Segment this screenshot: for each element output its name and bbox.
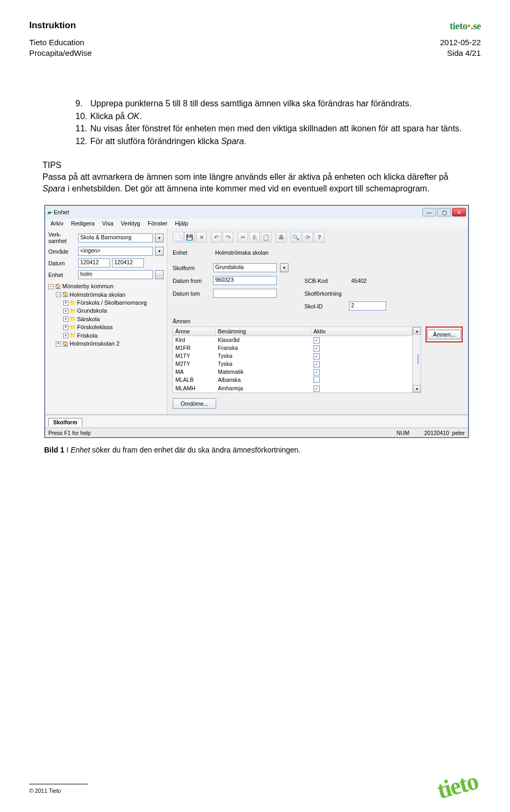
col-benamning[interactable]: Benämning xyxy=(216,327,311,336)
skolform-select[interactable]: Grundskola xyxy=(213,263,277,272)
folder-icon: 📁 xyxy=(70,332,76,339)
table-row[interactable]: KlrdKlassråd✓ xyxy=(173,336,412,344)
tab-skolform[interactable]: Skolform xyxy=(48,418,82,426)
status-user: peter xyxy=(452,430,465,436)
close-button[interactable]: ✕ xyxy=(452,208,466,216)
figure-caption: Bild 1 I Enhet söker du fram den enhet d… xyxy=(44,446,481,454)
expander-icon[interactable]: − xyxy=(48,284,54,289)
skolid-label: Skol-ID xyxy=(304,303,346,309)
delete-icon[interactable]: ✕ xyxy=(196,232,207,242)
skolform-dropdown-icon[interactable]: ▾ xyxy=(280,263,288,272)
table-row[interactable]: M1TYTyska✓ xyxy=(173,352,412,360)
expander-icon[interactable]: − xyxy=(56,292,61,297)
table-row[interactable]: MAMatematik✓ xyxy=(173,368,412,376)
tree-node[interactable]: +📁 Friskola xyxy=(48,332,164,340)
folder-icon: 📁 xyxy=(70,315,76,323)
active-checkbox[interactable]: ✓ xyxy=(313,353,320,359)
datum-to-input[interactable]: 120412 xyxy=(112,258,144,267)
instruction-list: 9.Upprepa punkterna 5 till 8 till dess s… xyxy=(42,98,468,147)
omdome-button[interactable]: Omdöme... xyxy=(173,398,216,409)
scrollbar[interactable]: ▴ ▾ xyxy=(412,327,421,392)
skolfork-label: Skolförkortning xyxy=(304,290,346,297)
minimize-button[interactable]: — xyxy=(422,208,436,216)
table-row[interactable]: M1FRFranska✓ xyxy=(173,344,412,352)
datum-label: Datum xyxy=(48,260,76,266)
save-icon[interactable]: 💾 xyxy=(184,232,195,242)
tree-node[interactable]: −🏠 Holmströmska skolan xyxy=(48,291,164,299)
copyright: © 2011 Tieto xyxy=(29,788,88,794)
menu-item[interactable]: Hjälp xyxy=(172,220,191,227)
new-icon[interactable]: 📄 xyxy=(173,232,183,242)
expander-icon[interactable]: + xyxy=(56,341,61,347)
folder-icon: 📁 xyxy=(70,324,76,331)
print-icon[interactable]: 🖶 xyxy=(276,232,286,242)
app-icon: ▰ xyxy=(47,209,52,216)
tips-label: TIPS xyxy=(42,160,468,171)
active-checkbox[interactable] xyxy=(313,376,320,383)
doc-title: Instruktion xyxy=(29,20,76,32)
table-row[interactable]: MLAMHAmharinja✓ xyxy=(173,384,412,392)
active-checkbox[interactable]: ✓ xyxy=(313,361,320,367)
datum-from-field[interactable]: 960323 xyxy=(213,276,277,285)
instruction-item: 9.Upprepa punkterna 5 till 8 till dess s… xyxy=(75,98,468,110)
tree-node[interactable]: +📁 Förskola / Skolbarnomsorg xyxy=(48,299,164,307)
subject-rows: KlrdKlassråd✓M1FRFranska✓M1TYTyska✓M2TYT… xyxy=(173,336,412,392)
scroll-up-icon[interactable]: ▴ xyxy=(413,327,421,334)
omrade-select[interactable]: <ingen> xyxy=(78,247,153,256)
refresh-icon[interactable]: ⟳ xyxy=(302,232,313,242)
tree-view[interactable]: −🏠 Mönsterby kommun−🏠 Holmströmska skola… xyxy=(48,282,164,348)
datum-from-label: Datum from xyxy=(173,278,210,284)
maximize-button[interactable]: ▢ xyxy=(437,208,451,216)
expander-icon[interactable]: + xyxy=(63,316,69,322)
status-left: Press F1 for help xyxy=(48,430,91,436)
active-checkbox[interactable]: ✓ xyxy=(313,337,320,344)
scb-label: SCB-Kod xyxy=(304,278,346,284)
expander-icon[interactable]: + xyxy=(63,300,69,306)
tree-node[interactable]: +🏠 Holmströmskolan 2 xyxy=(48,340,164,348)
toolbar: 📄 💾 ✕ ↶ ↷ ✂ ⎘ 📋 🖶 🔍 ⟳ xyxy=(173,231,463,243)
verk-select[interactable]: Skola & Barnomsorg xyxy=(78,233,153,242)
subjects-heading: Ämnen xyxy=(173,318,463,324)
datum-tom-label: Datum tom xyxy=(173,290,210,297)
redo-icon[interactable]: ↷ xyxy=(223,232,233,242)
search-button[interactable]: … xyxy=(155,270,164,279)
tree-node[interactable]: +📁 Förskoleklass xyxy=(48,323,164,331)
cut-icon[interactable]: ✂ xyxy=(237,232,248,242)
find-icon[interactable]: 🔍 xyxy=(291,232,301,242)
status-num: NUM xyxy=(397,430,410,436)
amnen-button[interactable]: Ämnen... xyxy=(427,330,461,339)
expander-icon[interactable]: + xyxy=(63,333,69,338)
omrade-dropdown-icon[interactable]: ▾ xyxy=(155,247,164,256)
tree-node[interactable]: +📁 Grundskola xyxy=(48,307,164,315)
datum-tom-field[interactable] xyxy=(213,289,277,298)
folder-icon: 📁 xyxy=(70,299,76,307)
tree-node[interactable]: +📁 Särskola xyxy=(48,315,164,323)
col-aktiv[interactable]: Aktiv xyxy=(311,327,412,336)
scroll-down-icon[interactable]: ▾ xyxy=(413,385,421,392)
menu-item[interactable]: Redigera xyxy=(67,220,98,227)
col-amne[interactable]: Ämne xyxy=(173,327,216,336)
r-skolform-label: Skolform xyxy=(173,265,210,271)
menu-item[interactable]: Visa xyxy=(99,220,116,227)
active-checkbox[interactable]: ✓ xyxy=(313,345,320,351)
amnen-button-highlight: Ämnen... xyxy=(426,327,463,342)
verk-dropdown-icon[interactable]: ▾ xyxy=(155,233,164,242)
active-checkbox[interactable]: ✓ xyxy=(313,386,320,392)
table-row[interactable]: M2TYTyska✓ xyxy=(173,360,412,368)
expander-icon[interactable]: + xyxy=(63,325,69,330)
tree-node[interactable]: −🏠 Mönsterby kommun xyxy=(48,282,164,290)
datum-from-input[interactable]: 120412 xyxy=(78,258,110,267)
expander-icon[interactable]: + xyxy=(63,308,69,314)
menu-item[interactable]: Fönster xyxy=(144,220,171,227)
copy-icon[interactable]: ⎘ xyxy=(249,232,260,242)
active-checkbox[interactable]: ✓ xyxy=(313,369,320,375)
undo-icon[interactable]: ↶ xyxy=(211,232,222,242)
doc-date: 2012-05-22 xyxy=(440,37,481,48)
menu-item[interactable]: Arkiv xyxy=(47,220,66,227)
menu-item[interactable]: Verktyg xyxy=(117,220,143,227)
enhet-input[interactable]: holm xyxy=(78,270,153,279)
help-icon[interactable]: ? xyxy=(314,232,325,242)
skolid-field[interactable]: 2 xyxy=(349,302,386,311)
table-row[interactable]: MLALBAlbanska xyxy=(173,376,412,384)
paste-icon[interactable]: 📋 xyxy=(261,232,271,242)
